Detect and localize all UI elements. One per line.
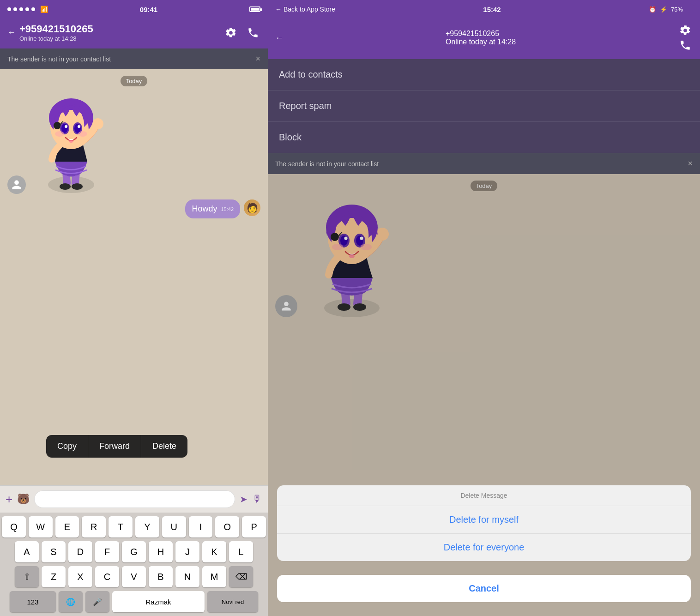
contact-info-left: +959421510265 Online today at 14:28: [19, 23, 223, 42]
dialog-delete-everyone[interactable]: Delete for everyone: [277, 534, 691, 561]
dot1: [7, 7, 11, 11]
context-menu-forward[interactable]: Forward: [88, 435, 141, 458]
key-h[interactable]: H: [149, 541, 173, 562]
key-u[interactable]: U: [162, 516, 186, 537]
contact-number-right: +959421510265: [446, 30, 516, 38]
key-return[interactable]: Novi red: [207, 591, 258, 612]
key-c[interactable]: C: [95, 566, 119, 587]
battery-fill-left: [251, 8, 259, 11]
incoming-bubble: Howdy 15:42: [185, 199, 240, 218]
key-g[interactable]: G: [122, 541, 146, 562]
svg-point-12: [61, 124, 68, 133]
message-input[interactable]: [34, 490, 235, 508]
key-mic-kb[interactable]: 🎤: [85, 591, 109, 612]
incoming-text: Howdy: [192, 204, 217, 214]
status-time-left: 09:41: [140, 6, 157, 13]
settings-icon-right[interactable]: [678, 23, 693, 38]
dialog-cancel[interactable]: Cancel: [277, 575, 691, 602]
call-icon-left[interactable]: [246, 25, 260, 40]
key-n[interactable]: N: [175, 566, 199, 587]
status-bar-right: ← Back to App Store 15:42 ⏰ ⚡ 75%: [268, 0, 700, 18]
key-q[interactable]: Q: [2, 516, 26, 537]
notification-bar-right: The sender is not in your contact list ×: [268, 153, 700, 174]
sticker-icon[interactable]: 🐻: [17, 493, 30, 505]
dropdown-menu: Add to contacts Report spam Block: [268, 59, 700, 153]
key-backspace[interactable]: ⌫: [229, 566, 253, 587]
right-panel: ← Back to App Store 15:42 ⏰ ⚡ 75% ← +959…: [268, 0, 700, 616]
key-i[interactable]: I: [189, 516, 213, 537]
header-right: ← +959421510265 Online today at 14:28: [268, 18, 700, 59]
dot2: [13, 7, 17, 11]
mic-icon-input[interactable]: 🎙: [252, 493, 262, 505]
avatar-left: [7, 175, 26, 194]
svg-point-17: [78, 131, 87, 137]
back-button-left[interactable]: ←: [7, 28, 16, 37]
notification-close-right[interactable]: ×: [688, 159, 693, 169]
call-icon-right[interactable]: [678, 38, 693, 53]
back-button-right[interactable]: ←: [275, 33, 284, 43]
key-t[interactable]: T: [109, 516, 133, 537]
incoming-time: 15:42: [221, 206, 234, 212]
key-k[interactable]: K: [202, 541, 226, 562]
back-chevron-right2: ←: [275, 33, 284, 42]
keyboard-row-1: Q W E R T Y U I O P: [2, 516, 266, 537]
back-chevron-right: ←: [275, 6, 282, 13]
contact-info-right: +959421510265 Online today at 14:28: [446, 30, 516, 46]
key-shift[interactable]: ⇧: [15, 566, 39, 587]
key-s[interactable]: S: [42, 541, 66, 562]
chat-area-right: Today: [268, 174, 700, 616]
key-z[interactable]: Z: [42, 566, 66, 587]
context-menu-delete[interactable]: Delete: [141, 435, 187, 458]
send-icon[interactable]: ➤: [240, 494, 247, 505]
sticker-image-left: [30, 92, 113, 194]
svg-point-13: [74, 124, 81, 133]
bluetooth-icon: ⚡: [660, 6, 667, 13]
key-l[interactable]: L: [229, 541, 253, 562]
context-menu-copy[interactable]: Copy: [46, 435, 88, 458]
notification-close-left[interactable]: ×: [255, 54, 260, 64]
date-badge-left: Today: [7, 77, 260, 85]
status-icons-right: ⏰ ⚡ 75%: [649, 6, 693, 13]
settings-icon-left[interactable]: [223, 25, 238, 40]
dialog-delete-myself[interactable]: Delete for myself: [277, 506, 691, 534]
key-d[interactable]: D: [68, 541, 92, 562]
keyboard-row-2: A S D F G H J K L: [2, 541, 266, 562]
key-v[interactable]: V: [122, 566, 146, 587]
key-p[interactable]: P: [242, 516, 266, 537]
key-y[interactable]: Y: [135, 516, 159, 537]
status-time-right: 15:42: [483, 6, 501, 13]
back-chevron-left: ←: [7, 28, 16, 37]
key-x[interactable]: X: [68, 566, 92, 587]
svg-point-18: [69, 140, 73, 143]
key-m[interactable]: M: [202, 566, 226, 587]
key-r[interactable]: R: [82, 516, 106, 537]
contact-status-left: Online today at 14:28: [19, 35, 223, 42]
key-123[interactable]: 123: [10, 591, 56, 612]
svg-point-9: [54, 122, 61, 129]
key-j[interactable]: J: [175, 541, 199, 562]
key-f[interactable]: F: [95, 541, 119, 562]
key-o[interactable]: O: [215, 516, 239, 537]
dropdown-report-spam[interactable]: Report spam: [268, 91, 700, 122]
plus-icon[interactable]: +: [6, 492, 12, 507]
dialog-overlay: Delete Message Delete for myself Delete …: [268, 174, 700, 616]
back-to-store-label: Back to App Store: [284, 6, 335, 13]
input-area-left: + 🐻 ➤ 🎙: [0, 485, 268, 513]
svg-point-4: [72, 183, 83, 190]
key-a[interactable]: A: [15, 541, 39, 562]
context-menu: Copy Forward Delete: [46, 435, 187, 458]
key-w[interactable]: W: [29, 516, 53, 537]
key-space[interactable]: Razmak: [112, 591, 205, 612]
signal-dots: 📶: [7, 6, 48, 13]
message-row-incoming: Howdy 15:42 🧑: [7, 199, 260, 218]
dropdown-block[interactable]: Block: [268, 122, 700, 153]
key-globe[interactable]: 🌐: [59, 591, 83, 612]
delete-dialog: Delete Message Delete for myself Delete …: [277, 485, 691, 561]
key-b[interactable]: B: [149, 566, 173, 587]
key-e[interactable]: E: [55, 516, 79, 537]
dot4: [25, 7, 29, 11]
chat-area-left: Today: [0, 69, 268, 485]
dropdown-add-contacts[interactable]: Add to contacts: [268, 59, 700, 91]
back-to-store-btn[interactable]: ← Back to App Store: [275, 6, 335, 13]
notification-text-left: The sender is not in your contact list: [7, 55, 111, 63]
